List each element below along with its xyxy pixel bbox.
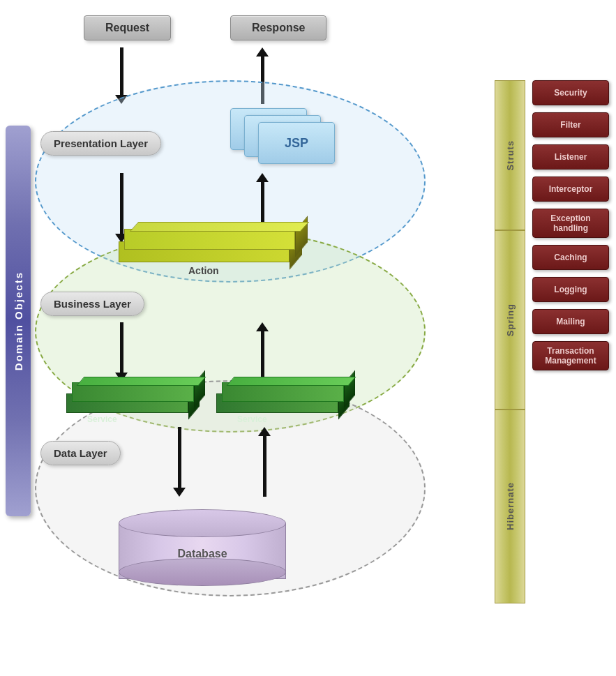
service-right-group: Service xyxy=(216,382,356,424)
response-label: Response xyxy=(230,15,326,40)
jsp-box-front: JSP xyxy=(258,122,335,164)
tab-listener[interactable]: Listener xyxy=(532,144,609,170)
database-cylinder: Database xyxy=(119,509,286,586)
domain-objects-bar: Domain Objects xyxy=(6,126,31,516)
service-left-group: Service xyxy=(66,382,206,424)
tab-filter[interactable]: Filter xyxy=(532,112,609,137)
spring-bar: Spring xyxy=(495,230,525,410)
database-label: Database xyxy=(119,548,286,560)
tab-mailing[interactable]: Mailing xyxy=(532,309,609,334)
tab-exception_handling[interactable]: Exception handling xyxy=(532,209,609,238)
tab-transaction_management[interactable]: Transaction Management xyxy=(532,341,609,370)
arrow-service-up xyxy=(256,322,269,382)
tab-security[interactable]: Security xyxy=(532,80,609,105)
business-layer-label: Business Layer xyxy=(40,292,144,316)
right-tabs-container: SecurityFilterListenerInterceptorExcepti… xyxy=(532,80,609,370)
action-group: Action xyxy=(119,229,314,278)
service-left-label: Service xyxy=(87,414,117,424)
arrow-biz-down xyxy=(115,322,128,382)
tab-interceptor[interactable]: Interceptor xyxy=(532,176,609,202)
tab-logging[interactable]: Logging xyxy=(532,277,609,302)
request-label: Request xyxy=(84,15,171,40)
domain-objects-label: Domain Objects xyxy=(13,271,24,370)
struts-label: Struts xyxy=(505,140,516,171)
arrow-db-up xyxy=(258,427,271,497)
action-label: Action xyxy=(188,265,219,276)
hibernate-bar: Hibernate xyxy=(495,410,525,603)
hibernate-label: Hibernate xyxy=(505,482,516,530)
request-box: Request xyxy=(84,15,171,40)
spring-label: Spring xyxy=(505,303,516,336)
service-right-label: Service xyxy=(237,414,267,424)
response-box: Response xyxy=(230,15,326,40)
tab-caching[interactable]: Caching xyxy=(532,245,609,270)
jsp-group: JSP xyxy=(230,108,342,178)
struts-bar: Struts xyxy=(495,80,525,230)
arrow-data-down xyxy=(173,427,186,497)
framework-column: Struts Spring Hibernate xyxy=(495,80,525,603)
main-diagram: Domain Objects Request Response Presenta… xyxy=(0,0,616,676)
data-layer-label: Data Layer xyxy=(40,441,121,465)
presentation-layer-label: Presentation Layer xyxy=(40,131,161,156)
